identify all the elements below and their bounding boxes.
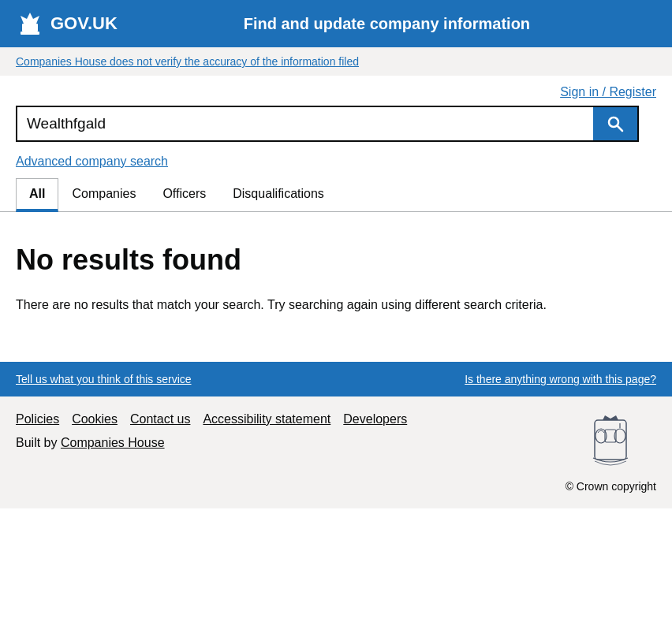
footer-link-policies[interactable]: Policies	[16, 412, 59, 426]
tabs-container: All Companies Officers Disqualifications	[0, 178, 672, 212]
footer-built-by: Built by Companies House	[16, 436, 407, 450]
search-input[interactable]	[17, 107, 593, 140]
svg-rect-4	[595, 420, 626, 460]
footer-links: Policies Cookies Contact us Accessibilit…	[16, 412, 407, 426]
svg-rect-0	[22, 24, 38, 32]
gov-uk-label: GOV.UK	[50, 13, 118, 34]
sign-in-row: Sign in / Register	[0, 76, 672, 106]
no-results-heading: No results found	[16, 244, 656, 277]
gov-logo[interactable]: GOV.UK	[16, 9, 118, 38]
header: GOV.UK Find and update company informati…	[0, 0, 672, 47]
header-title: Find and update company information	[118, 15, 656, 33]
crown-copyright: © Crown copyright	[566, 480, 656, 493]
svg-rect-1	[21, 32, 39, 35]
companies-house-footer-link[interactable]: Companies House	[61, 436, 165, 449]
footer-link-developers[interactable]: Developers	[343, 412, 407, 426]
tab-officers[interactable]: Officers	[149, 178, 219, 212]
companies-house-banner[interactable]: Companies House does not verify the accu…	[0, 47, 672, 76]
no-results-section: No results found There are no results th…	[0, 212, 672, 362]
search-button[interactable]	[593, 107, 637, 140]
crown-icon	[16, 9, 44, 38]
footer-left: Policies Cookies Contact us Accessibilit…	[16, 412, 407, 450]
footer-link-contact[interactable]: Contact us	[130, 412, 190, 426]
footer-link-cookies[interactable]: Cookies	[72, 412, 118, 426]
footer-link-accessibility[interactable]: Accessibility statement	[203, 412, 330, 426]
feedback-link[interactable]: Tell us what you think of this service	[16, 373, 192, 385]
advanced-search-container: Advanced company search	[0, 148, 672, 178]
tab-disqualifications[interactable]: Disqualifications	[219, 178, 338, 212]
search-container	[0, 106, 672, 148]
footer-right: © Crown copyright	[566, 412, 656, 493]
search-icon	[606, 114, 625, 133]
sign-in-register-link[interactable]: Sign in / Register	[560, 85, 656, 99]
coat-of-arms-icon	[579, 412, 642, 475]
wrong-page-link[interactable]: Is there anything wrong with this page?	[465, 373, 656, 385]
tab-companies[interactable]: Companies	[58, 178, 149, 212]
companies-house-banner-link[interactable]: Companies House does not verify the accu…	[16, 55, 359, 68]
no-results-body: There are no results that match your sea…	[16, 296, 656, 315]
search-form	[16, 106, 639, 142]
svg-line-3	[618, 126, 623, 132]
footer-banner: Tell us what you think of this service I…	[0, 362, 672, 396]
tab-all[interactable]: All	[16, 178, 58, 212]
footer: Policies Cookies Contact us Accessibilit…	[0, 396, 672, 508]
advanced-search-link[interactable]: Advanced company search	[16, 154, 168, 168]
